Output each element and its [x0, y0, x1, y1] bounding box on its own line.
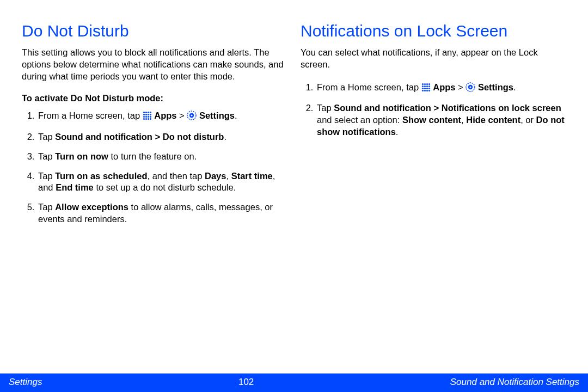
- svg-point-22: [428, 83, 430, 84]
- step-1: From a Home screen, tap Apps > Settings.: [37, 110, 287, 124]
- apps-icon: [143, 111, 152, 124]
- svg-point-7: [150, 114, 151, 115]
- subheading-dnd: To activate Do Not Disturb mode:: [22, 93, 287, 103]
- svg-point-30: [428, 87, 430, 89]
- svg-point-14: [148, 118, 149, 120]
- step-4: Tap Turn on as scheduled, and then tap D…: [37, 170, 287, 194]
- heading-dnd: Do Not Disturb: [22, 22, 287, 40]
- svg-point-21: [426, 83, 428, 84]
- svg-point-29: [426, 87, 428, 89]
- svg-point-15: [150, 118, 151, 120]
- svg-point-9: [145, 116, 147, 118]
- settings-icon: [465, 82, 475, 95]
- steps-lock: From a Home screen, tap Apps > Settings.…: [301, 82, 566, 138]
- svg-point-11: [150, 116, 151, 118]
- svg-point-26: [428, 85, 430, 87]
- footer-left: Settings: [9, 377, 42, 388]
- page-footer: Settings 102 Sound and Notification Sett…: [0, 373, 588, 392]
- svg-point-27: [422, 87, 424, 89]
- svg-point-1: [145, 112, 147, 113]
- step-2: Tap Sound and notification > Do not dist…: [37, 131, 287, 143]
- intro-dnd: This setting allows you to block all not…: [22, 47, 287, 82]
- svg-point-34: [428, 89, 430, 91]
- svg-point-37: [470, 86, 471, 88]
- left-column: Do Not Disturb This setting allows you t…: [22, 22, 287, 363]
- svg-point-4: [143, 114, 145, 115]
- steps-dnd: From a Home screen, tap Apps > Settings.…: [22, 110, 287, 225]
- svg-point-5: [145, 114, 147, 115]
- svg-point-2: [148, 112, 149, 113]
- svg-point-32: [424, 89, 426, 91]
- svg-point-8: [143, 116, 145, 118]
- svg-point-31: [422, 89, 424, 91]
- svg-point-24: [424, 85, 426, 87]
- svg-point-19: [422, 83, 424, 84]
- page-number: 102: [238, 377, 254, 388]
- svg-point-13: [145, 118, 147, 120]
- step-3: Tap Turn on now to turn the feature on.: [37, 151, 287, 163]
- svg-point-33: [426, 89, 428, 91]
- svg-point-28: [424, 87, 426, 89]
- svg-point-23: [422, 85, 424, 87]
- svg-point-10: [148, 116, 149, 118]
- svg-point-20: [424, 83, 426, 84]
- right-column: Notifications on Lock Screen You can sel…: [301, 22, 566, 363]
- svg-point-18: [191, 115, 193, 117]
- step-1: From a Home screen, tap Apps > Settings.: [316, 82, 566, 95]
- svg-point-0: [143, 112, 145, 113]
- svg-point-12: [143, 118, 145, 120]
- page-body: Do Not Disturb This setting allows you t…: [0, 0, 588, 373]
- svg-point-6: [148, 114, 149, 115]
- svg-point-3: [150, 112, 151, 113]
- svg-point-25: [426, 85, 428, 87]
- heading-lock: Notifications on Lock Screen: [301, 22, 566, 40]
- settings-icon: [187, 111, 197, 124]
- apps-icon: [421, 83, 431, 95]
- step-2: Tap Sound and notification > Notificatio…: [316, 102, 566, 138]
- step-5: Tap Allow exceptions to allow alarms, ca…: [37, 201, 287, 225]
- footer-right: Sound and Notification Settings: [450, 377, 579, 388]
- intro-lock: You can select what notifications, if an…: [301, 47, 566, 71]
